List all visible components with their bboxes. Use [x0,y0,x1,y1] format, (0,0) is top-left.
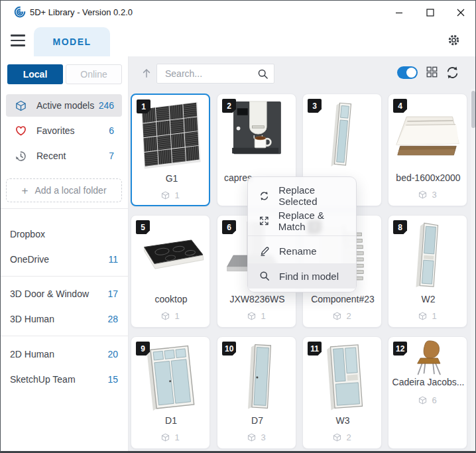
sidebar-item-label: Favorites [36,125,109,136]
card-index-badge: 5 [136,220,150,234]
card-index-badge: 8 [393,220,407,234]
model-name: bed-1600x2000 [391,172,465,186]
model-name: cooktop [134,294,208,307]
menu-item-replace-match[interactable]: Replace & Match [248,208,356,233]
card-index-badge: 3 [308,99,322,113]
card-index-badge: 2 [222,99,236,113]
model-name: JXW8236WS [220,294,294,307]
model-name: Component#23 [306,294,380,307]
model-count: 1 [132,190,209,200]
upload-arrow-icon[interactable] [138,64,155,82]
scrollbar-thumb[interactable] [471,91,475,128]
search-icon [257,68,268,80]
model-card-d1[interactable]: 9 D1 1 [131,336,210,449]
model-card-w3[interactable]: 11 W3 2 [302,336,382,449]
model-count: 3 [217,432,296,442]
online-tab-button[interactable]: Online [66,64,122,84]
sidebar-divider [1,336,128,336]
cube-icon [333,312,341,320]
replace-icon [259,190,269,202]
menu-item-replace-selected[interactable]: Replace Selected [248,183,356,208]
scrollbar-track[interactable] [471,89,476,452]
refresh-icon[interactable] [446,66,459,80]
cube-icon [15,100,27,111]
plus-icon: + [21,185,28,196]
tab-model[interactable]: MODEL [34,27,110,56]
settings-gear-icon[interactable] [447,34,460,46]
view-toggle-switch[interactable] [397,66,418,79]
model-count: 6 [388,395,467,405]
sidebar-item-label: Active models [36,100,99,111]
model-card-g1[interactable]: 1 [131,94,210,206]
maximize-button[interactable] [415,1,446,25]
rename-pen-icon [259,245,270,256]
cube-icon [161,312,170,320]
sidebar-item-count: 246 [99,100,114,111]
menu-icon[interactable] [11,34,25,46]
search-input[interactable] [157,64,274,83]
model-count: 1 [217,311,296,321]
minimize-button[interactable] [384,1,414,25]
card-index-badge: 1 [137,99,150,113]
sidebar-item-count: 7 [109,151,114,161]
cube-icon [418,190,427,199]
search-box [156,64,274,84]
local-tab-button[interactable]: Local [7,64,63,84]
cube-icon [247,312,256,320]
close-button[interactable] [446,1,476,25]
sidebar-folder-3d-door-window[interactable]: 3D Door & Window 17 [1,284,128,304]
model-name: W2 [391,294,465,307]
model-count: 2 [303,432,381,442]
app-logo-icon [14,6,26,19]
model-card-d7[interactable]: 10 D7 3 [217,336,296,449]
history-clock-icon [15,151,27,162]
card-index-badge: 12 [393,342,407,356]
model-count: 1 [131,311,209,321]
sidebar-item-active-models[interactable]: Active models 246 [6,94,122,117]
model-card-cadeira[interactable]: 12 Cadeira Jacobs... 6 [388,336,467,449]
cube-icon [418,312,427,320]
model-card-bed[interactable]: 4 bed-1600x2000 3 [388,94,467,206]
sidebar-folder-dropbox[interactable]: Dropbox [1,224,128,244]
sidebar-item-recent[interactable]: Recent 7 [6,145,122,167]
menu-divider [248,235,356,236]
sidebar-divider [1,208,128,209]
cube-icon [418,396,427,405]
menu-item-rename[interactable]: Rename [248,238,356,263]
model-card-cooktop[interactable]: 5 cooktop 1 [131,215,210,328]
expand-arrows-icon [259,216,269,226]
sidebar-item-label: Recent [36,151,109,161]
model-count: 1 [388,311,467,321]
sidebar-folder-3d-human[interactable]: 3D Human 28 [1,309,128,329]
model-card-w2[interactable]: 8 W2 1 [388,215,467,328]
menu-item-find-in-model[interactable]: Find in model [248,263,356,289]
sidebar-item-count: 6 [109,125,114,136]
grid-view-icon[interactable] [426,66,438,78]
tab-bar: MODEL [1,25,475,56]
model-name: D7 [220,415,294,428]
sidebar-folder-2d-human[interactable]: 2D Human 20 [1,344,128,364]
cube-icon [333,433,341,442]
toggle-knob [406,68,416,78]
model-name: D1 [134,415,208,428]
card-index-badge: 4 [393,99,407,113]
card-index-badge: 11 [308,342,322,356]
model-name: Cadeira Jacobs... [391,377,465,390]
card-index-badge: 10 [222,342,236,356]
find-icon [259,271,270,281]
model-count: 2 [303,311,381,321]
model-count: 3 [388,190,467,200]
add-local-folder-button[interactable]: + Add a local folder [6,178,122,202]
title-bar: 5D+ Library - Version 0.2.0 [1,1,475,25]
sidebar-folder-onedrive[interactable]: OneDrive 11 [1,249,128,269]
window-title: 5D+ Library - Version 0.2.0 [30,1,133,25]
sidebar-item-favorites[interactable]: Favorites 6 [6,119,122,142]
cube-icon [247,433,256,442]
model-name: W3 [306,415,380,428]
sidebar: Local Online Active models 246 Favorites… [1,56,129,453]
card-index-badge: 9 [136,342,150,356]
cube-icon [161,191,170,200]
sidebar-folder-sketchup-team[interactable]: SketchUp Team 15 [1,369,128,389]
heart-icon [15,125,27,137]
model-name: G1 [135,173,209,186]
